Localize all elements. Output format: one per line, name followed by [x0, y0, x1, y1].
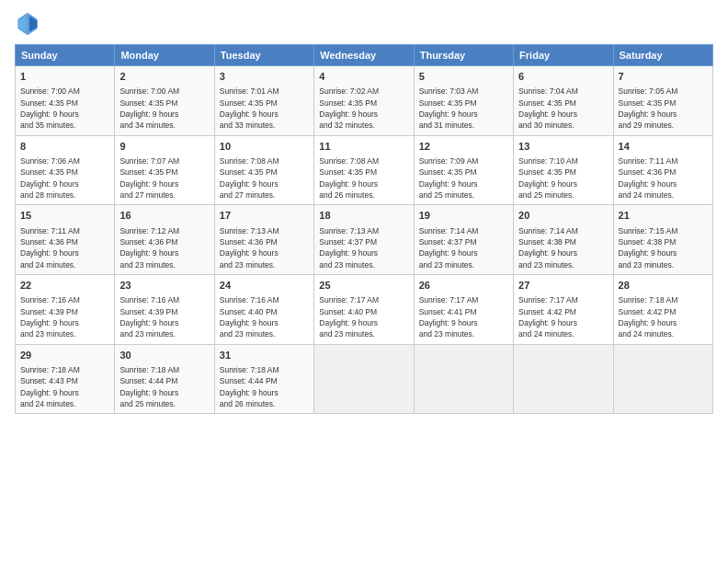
- day-info: Sunrise: 7:18 AMSunset: 4:42 PMDaylight:…: [619, 294, 708, 339]
- calendar-cell: 27Sunrise: 7:17 AMSunset: 4:42 PMDayligh…: [514, 274, 613, 344]
- calendar-cell: 7Sunrise: 7:05 AMSunset: 4:35 PMDaylight…: [613, 66, 712, 136]
- day-number: 19: [419, 209, 508, 223]
- calendar-day-header: Monday: [115, 45, 214, 66]
- day-number: 31: [220, 349, 309, 362]
- day-info: Sunrise: 7:11 AMSunset: 4:36 PMDaylight:…: [619, 155, 708, 201]
- day-info: Sunrise: 7:07 AMSunset: 4:35 PMDaylight:…: [119, 155, 209, 201]
- calendar-day-header: Sunday: [16, 45, 115, 66]
- day-info: Sunrise: 7:18 AMSunset: 4:44 PMDaylight:…: [119, 364, 209, 409]
- calendar-day-header: Saturday: [613, 45, 712, 66]
- calendar-cell: [414, 344, 513, 414]
- calendar-cell: 10Sunrise: 7:08 AMSunset: 4:35 PMDayligh…: [214, 135, 313, 205]
- day-info: Sunrise: 7:09 AMSunset: 4:35 PMDaylight:…: [419, 155, 508, 201]
- calendar-cell: 23Sunrise: 7:16 AMSunset: 4:39 PMDayligh…: [115, 274, 214, 344]
- day-info: Sunrise: 7:16 AMSunset: 4:40 PMDaylight:…: [220, 294, 309, 339]
- day-number: 23: [119, 279, 209, 293]
- calendar-cell: 6Sunrise: 7:04 AMSunset: 4:35 PMDaylight…: [514, 66, 613, 136]
- calendar-cell: 3Sunrise: 7:01 AMSunset: 4:35 PMDaylight…: [214, 66, 313, 136]
- calendar-cell: 11Sunrise: 7:08 AMSunset: 4:35 PMDayligh…: [314, 135, 414, 205]
- calendar-cell: 15Sunrise: 7:11 AMSunset: 4:36 PMDayligh…: [16, 205, 115, 275]
- day-info: Sunrise: 7:12 AMSunset: 4:36 PMDaylight:…: [119, 225, 209, 270]
- day-info: Sunrise: 7:18 AMSunset: 4:44 PMDaylight:…: [220, 364, 309, 409]
- day-info: Sunrise: 7:02 AMSunset: 4:35 PMDaylight:…: [319, 86, 408, 131]
- day-number: 3: [220, 70, 309, 84]
- calendar-cell: 4Sunrise: 7:02 AMSunset: 4:35 PMDaylight…: [314, 66, 414, 136]
- calendar-day-header: Wednesday: [314, 45, 414, 66]
- day-info: Sunrise: 7:17 AMSunset: 4:42 PMDaylight:…: [518, 294, 608, 339]
- day-number: 1: [20, 70, 109, 84]
- calendar-cell: 9Sunrise: 7:07 AMSunset: 4:35 PMDaylight…: [115, 135, 214, 205]
- day-number: 4: [319, 70, 408, 84]
- day-number: 14: [619, 140, 708, 154]
- calendar-cell: 29Sunrise: 7:18 AMSunset: 4:43 PMDayligh…: [16, 344, 115, 414]
- day-number: 17: [220, 209, 309, 223]
- day-info: Sunrise: 7:00 AMSunset: 4:35 PMDaylight:…: [20, 86, 109, 131]
- day-info: Sunrise: 7:03 AMSunset: 4:35 PMDaylight:…: [419, 86, 508, 131]
- day-number: 16: [119, 209, 209, 223]
- calendar-week-row: 1Sunrise: 7:00 AMSunset: 4:35 PMDaylight…: [16, 66, 713, 136]
- day-number: 27: [518, 279, 608, 293]
- calendar-cell: 18Sunrise: 7:13 AMSunset: 4:37 PMDayligh…: [314, 205, 414, 275]
- day-number: 11: [319, 140, 408, 154]
- day-number: 30: [119, 349, 209, 362]
- calendar-cell: [314, 344, 414, 414]
- day-info: Sunrise: 7:04 AMSunset: 4:35 PMDaylight:…: [518, 86, 608, 131]
- day-number: 18: [319, 209, 408, 223]
- day-info: Sunrise: 7:16 AMSunset: 4:39 PMDaylight:…: [20, 294, 109, 339]
- calendar-week-row: 29Sunrise: 7:18 AMSunset: 4:43 PMDayligh…: [16, 344, 713, 414]
- calendar-table: SundayMondayTuesdayWednesdayThursdayFrid…: [15, 44, 713, 414]
- day-info: Sunrise: 7:01 AMSunset: 4:35 PMDaylight:…: [220, 86, 309, 131]
- day-number: 6: [518, 70, 608, 84]
- calendar-cell: 30Sunrise: 7:18 AMSunset: 4:44 PMDayligh…: [115, 344, 214, 414]
- calendar-cell: 21Sunrise: 7:15 AMSunset: 4:38 PMDayligh…: [613, 205, 712, 275]
- day-number: 12: [419, 140, 508, 154]
- day-info: Sunrise: 7:15 AMSunset: 4:38 PMDaylight:…: [619, 225, 708, 270]
- calendar-cell: 5Sunrise: 7:03 AMSunset: 4:35 PMDaylight…: [414, 66, 513, 136]
- calendar-cell: 22Sunrise: 7:16 AMSunset: 4:39 PMDayligh…: [16, 274, 115, 344]
- calendar-cell: 2Sunrise: 7:00 AMSunset: 4:35 PMDaylight…: [115, 66, 214, 136]
- calendar-cell: 28Sunrise: 7:18 AMSunset: 4:42 PMDayligh…: [613, 274, 712, 344]
- logo-icon: [15, 11, 40, 37]
- calendar-cell: 1Sunrise: 7:00 AMSunset: 4:35 PMDaylight…: [16, 66, 115, 136]
- calendar-cell: 17Sunrise: 7:13 AMSunset: 4:36 PMDayligh…: [214, 205, 313, 275]
- calendar-cell: 13Sunrise: 7:10 AMSunset: 4:35 PMDayligh…: [514, 135, 613, 205]
- day-number: 29: [20, 349, 109, 362]
- calendar-cell: 24Sunrise: 7:16 AMSunset: 4:40 PMDayligh…: [214, 274, 313, 344]
- day-info: Sunrise: 7:08 AMSunset: 4:35 PMDaylight:…: [220, 155, 309, 201]
- day-number: 20: [518, 209, 608, 223]
- day-info: Sunrise: 7:00 AMSunset: 4:35 PMDaylight:…: [119, 86, 209, 131]
- day-number: 26: [419, 279, 508, 293]
- calendar-day-header: Friday: [514, 45, 613, 66]
- day-number: 5: [419, 70, 508, 84]
- day-number: 22: [20, 279, 109, 293]
- calendar-cell: 19Sunrise: 7:14 AMSunset: 4:37 PMDayligh…: [414, 205, 513, 275]
- day-info: Sunrise: 7:10 AMSunset: 4:35 PMDaylight:…: [518, 155, 608, 201]
- day-info: Sunrise: 7:17 AMSunset: 4:41 PMDaylight:…: [419, 294, 508, 339]
- calendar-week-row: 15Sunrise: 7:11 AMSunset: 4:36 PMDayligh…: [16, 205, 713, 275]
- day-info: Sunrise: 7:17 AMSunset: 4:40 PMDaylight:…: [319, 294, 408, 339]
- day-info: Sunrise: 7:06 AMSunset: 4:35 PMDaylight:…: [20, 155, 109, 201]
- calendar-cell: 16Sunrise: 7:12 AMSunset: 4:36 PMDayligh…: [115, 205, 214, 275]
- day-number: 21: [619, 209, 708, 223]
- calendar-cell: [613, 344, 712, 414]
- day-info: Sunrise: 7:08 AMSunset: 4:35 PMDaylight:…: [319, 155, 408, 201]
- calendar-cell: 12Sunrise: 7:09 AMSunset: 4:35 PMDayligh…: [414, 135, 513, 205]
- calendar-cell: 25Sunrise: 7:17 AMSunset: 4:40 PMDayligh…: [314, 274, 414, 344]
- calendar-cell: 26Sunrise: 7:17 AMSunset: 4:41 PMDayligh…: [414, 274, 513, 344]
- day-number: 25: [319, 279, 408, 293]
- day-number: 10: [220, 140, 309, 154]
- day-number: 7: [619, 70, 708, 84]
- calendar-header-row: SundayMondayTuesdayWednesdayThursdayFrid…: [16, 45, 713, 66]
- calendar-day-header: Tuesday: [214, 45, 313, 66]
- day-info: Sunrise: 7:18 AMSunset: 4:43 PMDaylight:…: [20, 364, 109, 409]
- day-number: 9: [119, 140, 209, 154]
- day-number: 24: [220, 279, 309, 293]
- page: SundayMondayTuesdayWednesdayThursdayFrid…: [0, 0, 728, 563]
- day-number: 8: [20, 140, 109, 154]
- day-info: Sunrise: 7:16 AMSunset: 4:39 PMDaylight:…: [119, 294, 209, 339]
- day-info: Sunrise: 7:13 AMSunset: 4:36 PMDaylight:…: [220, 225, 309, 270]
- logo: [15, 11, 44, 37]
- header: [15, 11, 713, 37]
- day-info: Sunrise: 7:14 AMSunset: 4:38 PMDaylight:…: [518, 225, 608, 270]
- day-number: 28: [619, 279, 708, 293]
